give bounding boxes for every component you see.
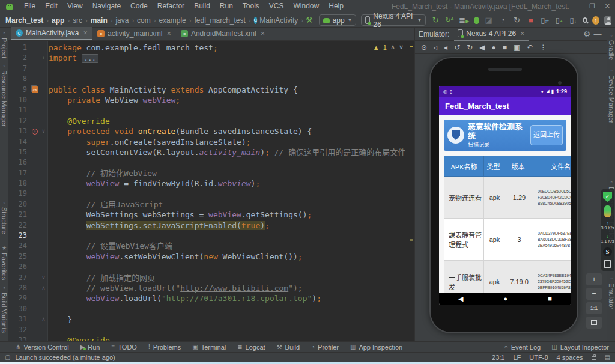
- readonly-lock-icon[interactable]: [592, 356, 596, 360]
- tab-activity_main-xml[interactable]: ≡activity_main.xml✕: [92, 27, 176, 40]
- stop-icon[interactable]: ■: [526, 16, 535, 25]
- code-line[interactable]: 12 @Override: [8, 116, 414, 126]
- home-icon[interactable]: ●: [491, 43, 495, 52]
- caret-position[interactable]: 23:1: [492, 354, 504, 361]
- code-line[interactable]: 15 setContentView(R.layout.activity_main…: [8, 147, 414, 157]
- zoom-out-button[interactable]: −: [586, 288, 602, 300]
- device-mirror-icon[interactable]: ▯+: [554, 16, 563, 25]
- phone-screen[interactable]: ◎ ▯ ▼ ◢ ▮ 1:29 FedL_March_test: [439, 86, 571, 305]
- menu-navigate[interactable]: Navigate: [88, 0, 126, 13]
- breadcrumb-item[interactable]: src: [72, 16, 83, 25]
- code-line[interactable]: 29 webView.loadUrl("http://7017a301.r18.…: [8, 293, 414, 303]
- inspection-widget[interactable]: ▲ 1 ∧ ∨: [373, 43, 404, 51]
- prev-warning-icon[interactable]: ∧: [390, 43, 395, 51]
- close-icon[interactable]: ✕: [520, 31, 525, 37]
- tool-window-version-control[interactable]: ⋔Version Control: [16, 344, 69, 351]
- tool-window-event-log[interactable]: ○Event Log: [504, 344, 541, 351]
- tool-window-layout-inspector[interactable]: ◫Layout Inspector: [551, 344, 609, 351]
- screen-capture-icon[interactable]: [604, 260, 611, 268]
- fold-marker[interactable]: ∧: [40, 314, 47, 324]
- menu-build[interactable]: Build: [189, 0, 215, 13]
- update-available-icon[interactable]: ↑: [592, 16, 599, 25]
- device-select[interactable]: Nexus 4 API 26 ▼: [361, 14, 426, 26]
- run-icon[interactable]: ≣▶: [459, 16, 469, 25]
- breadcrumb-item[interactable]: java: [115, 16, 129, 25]
- overview-icon[interactable]: ■: [503, 43, 507, 52]
- tool-strip-project[interactable]: ▫Project: [0, 30, 8, 58]
- tab-androidmanifest-xml[interactable]: ≡AndroidManifest.xml✕: [176, 27, 270, 40]
- close-button[interactable]: ✕: [600, 0, 615, 13]
- tool-strip-build-variants[interactable]: ▫Build Variants: [0, 285, 8, 333]
- code-line[interactable]: 9<>public class MainActivity extends App…: [8, 85, 414, 95]
- breadcrumb-item[interactable]: March_test: [5, 16, 44, 25]
- debug-icon[interactable]: [474, 17, 479, 24]
- attach-debugger-icon[interactable]: ◪: [484, 16, 493, 25]
- menu-view[interactable]: View: [62, 0, 88, 13]
- code-line[interactable]: 10 private WebView webView;: [8, 95, 414, 105]
- code-line[interactable]: 14 super.onCreate(savedInstanceState);: [8, 137, 414, 147]
- menu-vcs[interactable]: VCS: [264, 0, 289, 13]
- s-badge-icon[interactable]: S: [603, 247, 612, 256]
- zoom-in-button[interactable]: +: [586, 273, 602, 285]
- code-editor[interactable]: 1package com.example.fedl_march_test;2+i…: [8, 41, 414, 341]
- menu-tools[interactable]: Tools: [238, 0, 264, 13]
- tool-window-profiler[interactable]: ◔Profiler: [311, 344, 339, 351]
- code-line[interactable]: 19: [8, 189, 414, 199]
- minimize-button[interactable]: —: [569, 0, 584, 13]
- tool-window-toggle-icon[interactable]: ▢: [5, 354, 10, 360]
- table-row[interactable]: 一手服装批发apk7.19.00CA34F983EE1942379DBF2094…: [444, 261, 572, 293]
- menu-refactor[interactable]: Refactor: [153, 0, 189, 13]
- code-line[interactable]: 13↑∨ protected void onCreate(Bundle save…: [8, 126, 414, 136]
- tool-strip-structure[interactable]: ▫Structure: [0, 199, 8, 234]
- sync-project-icon[interactable]: ↻: [512, 16, 521, 25]
- fold-marker[interactable]: ∨: [40, 273, 47, 283]
- overrides-method-icon[interactable]: ↑: [32, 129, 38, 135]
- editor-scrollbar[interactable]: [408, 41, 414, 341]
- build-hammer-icon[interactable]: ⚒: [304, 16, 314, 25]
- tool-window-problems[interactable]: !Problems: [148, 344, 181, 351]
- code-line[interactable]: 33 @Override: [8, 335, 414, 341]
- search-everywhere-icon[interactable]: [583, 17, 587, 23]
- code-line[interactable]: 30: [8, 304, 414, 314]
- code-line[interactable]: 20 // 启用JavaScript: [8, 199, 414, 210]
- menu-file[interactable]: File: [19, 0, 40, 13]
- code-line[interactable]: 7: [8, 64, 414, 74]
- sdk-manager-icon[interactable]: ▯↓: [568, 16, 577, 25]
- run-configuration-select[interactable]: app ▼: [319, 14, 357, 26]
- code-line[interactable]: 28∧ // webView.loadUrl("http://www.bilib…: [8, 283, 414, 293]
- gear-icon[interactable]: ⚙: [581, 29, 592, 38]
- fold-marker[interactable]: +: [40, 53, 47, 63]
- notifications-icon[interactable]: ▤: [605, 354, 610, 360]
- hide-panel-icon[interactable]: —: [592, 29, 603, 38]
- code-line[interactable]: 25 webView.setWebViewClient(new WebViewC…: [8, 252, 414, 262]
- back-icon[interactable]: ◀: [479, 43, 485, 52]
- close-icon[interactable]: ✕: [166, 31, 171, 37]
- code-line[interactable]: 1package com.example.fedl_march_test;: [8, 43, 414, 53]
- tool-window-build[interactable]: ⚒Build: [277, 344, 300, 351]
- tool-strip-gradle[interactable]: ▫Gradle: [607, 32, 615, 60]
- nav-back-icon[interactable]: ◀: [458, 295, 463, 303]
- table-row[interactable]: 宠物连连看apk1.2900EDCDB5D0D5C9F2CB040F42CDC0…: [444, 177, 572, 219]
- code-line[interactable]: 23: [8, 231, 414, 241]
- breadcrumb-item[interactable]: com: [136, 16, 151, 25]
- tab-mainactivity-java[interactable]: CMainActivity.java✕: [11, 27, 92, 40]
- tool-strip-device-manager[interactable]: ▫Device Manager: [607, 67, 615, 123]
- fold-marker[interactable]: ∧: [40, 283, 47, 293]
- tool-strip-emulator[interactable]: ▫Emulator: [607, 275, 615, 309]
- next-warning-icon[interactable]: ∨: [399, 43, 404, 51]
- menu-code[interactable]: Code: [126, 0, 153, 13]
- breadcrumb-item[interactable]: fedl_march_test: [193, 16, 246, 25]
- table-row[interactable]: 課表靜音管理程式apk30ACD379DF637EEBA6018DC30BF28…: [444, 219, 572, 261]
- breadcrumb-item[interactable]: app: [51, 16, 65, 25]
- breadcrumb-item[interactable]: MainActivity: [259, 16, 298, 25]
- tool-strip-resource-manager[interactable]: ▫Resource Manager: [0, 62, 8, 127]
- emulator-device-tab[interactable]: Nexus 4 API 26 ✕: [454, 28, 528, 41]
- device-manager-icon[interactable]: ▯⇄: [541, 16, 550, 25]
- volume-up-icon[interactable]: ◂: [444, 43, 447, 52]
- file-encoding[interactable]: UTF-8: [529, 354, 548, 361]
- code-line[interactable]: 21 WebSettings webSettings = webView.get…: [8, 210, 414, 220]
- tool-window-run[interactable]: ▶Run: [80, 344, 100, 351]
- code-line[interactable]: 2+import ...: [8, 53, 414, 63]
- tool-window-app-inspection[interactable]: ▥App Inspection: [350, 344, 402, 351]
- user-avatar-icon[interactable]: [604, 16, 611, 25]
